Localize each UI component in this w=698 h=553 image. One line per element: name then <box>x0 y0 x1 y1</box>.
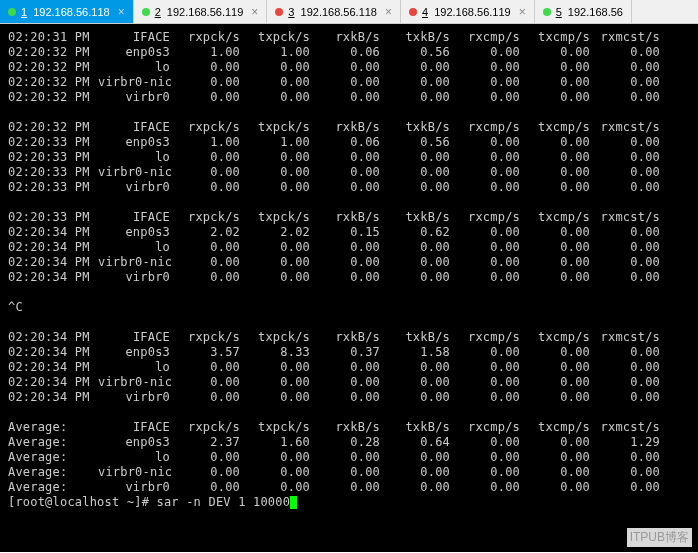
tab-label: 3 192.168.56.118 <box>288 6 377 18</box>
sar-data-row: 02:20:33 PMvirbr0-nic0.000.000.000.000.0… <box>8 165 690 180</box>
tab-bar: 1 192.168.56.118×2 192.168.56.119×3 192.… <box>0 0 698 24</box>
sar-data-row: 02:20:32 PMlo0.000.000.000.000.000.000.0… <box>8 60 690 75</box>
watermark: ITPUB博客 <box>627 528 692 547</box>
blank-line <box>8 315 690 330</box>
tab-2[interactable]: 2 192.168.56.119× <box>134 0 268 23</box>
sar-data-row: 02:20:34 PMenp0s33.578.330.371.580.000.0… <box>8 345 690 360</box>
sar-data-row: Average:virbr00.000.000.000.000.000.000.… <box>8 480 690 495</box>
prompt-userhost: [root@localhost ~]# <box>8 495 157 509</box>
status-dot-icon <box>142 8 150 16</box>
cursor-icon <box>290 496 297 509</box>
sar-header-row: Average:IFACErxpck/stxpck/srxkB/stxkB/sr… <box>8 420 690 435</box>
sar-data-row: 02:20:34 PMenp0s32.022.020.150.620.000.0… <box>8 225 690 240</box>
tab-label: 2 192.168.56.119 <box>155 6 244 18</box>
sar-data-row: 02:20:34 PMvirbr00.000.000.000.000.000.0… <box>8 390 690 405</box>
status-dot-icon <box>409 8 417 16</box>
status-dot-icon <box>543 8 551 16</box>
tab-5[interactable]: 5 192.168.56 <box>535 0 632 23</box>
status-dot-icon <box>275 8 283 16</box>
sar-data-row: 02:20:34 PMlo0.000.000.000.000.000.000.0… <box>8 360 690 375</box>
tab-label: 5 192.168.56 <box>556 6 623 18</box>
sar-data-row: 02:20:34 PMvirbr0-nic0.000.000.000.000.0… <box>8 255 690 270</box>
close-icon[interactable]: × <box>118 5 125 19</box>
blank-line <box>8 105 690 120</box>
close-icon[interactable]: × <box>251 5 258 19</box>
sar-header-row: 02:20:32 PMIFACErxpck/stxpck/srxkB/stxkB… <box>8 120 690 135</box>
blank-line <box>8 405 690 420</box>
tab-4[interactable]: 4 192.168.56.119× <box>401 0 535 23</box>
shell-prompt[interactable]: [root@localhost ~]# sar -n DEV 1 10000 <box>8 495 690 510</box>
sar-header-row: 02:20:33 PMIFACErxpck/stxpck/srxkB/stxkB… <box>8 210 690 225</box>
sar-data-row: 02:20:34 PMvirbr0-nic0.000.000.000.000.0… <box>8 375 690 390</box>
sar-data-row: 02:20:32 PMenp0s31.001.000.060.560.000.0… <box>8 45 690 60</box>
terminal-output[interactable]: 02:20:31 PMIFACErxpck/stxpck/srxkB/stxkB… <box>0 24 698 552</box>
sar-header-row: 02:20:34 PMIFACErxpck/stxpck/srxkB/stxkB… <box>8 330 690 345</box>
sar-data-row: 02:20:32 PMvirbr0-nic0.000.000.000.000.0… <box>8 75 690 90</box>
sar-data-row: Average:lo0.000.000.000.000.000.000.00 <box>8 450 690 465</box>
sar-header-row: 02:20:31 PMIFACErxpck/stxpck/srxkB/stxkB… <box>8 30 690 45</box>
tab-3[interactable]: 3 192.168.56.118× <box>267 0 401 23</box>
sar-data-row: Average:enp0s32.371.600.280.640.000.001.… <box>8 435 690 450</box>
status-dot-icon <box>8 8 16 16</box>
tab-label: 4 192.168.56.119 <box>422 6 511 18</box>
sar-data-row: 02:20:34 PMlo0.000.000.000.000.000.000.0… <box>8 240 690 255</box>
blank-line <box>8 195 690 210</box>
sar-data-row: 02:20:32 PMvirbr00.000.000.000.000.000.0… <box>8 90 690 105</box>
blank-line <box>8 285 690 300</box>
close-icon[interactable]: × <box>519 5 526 19</box>
tab-label: 1 192.168.56.118 <box>21 6 110 18</box>
prompt-command: sar -n DEV 1 10000 <box>157 495 291 509</box>
sar-data-row: 02:20:33 PMenp0s31.001.000.060.560.000.0… <box>8 135 690 150</box>
close-icon[interactable]: × <box>385 5 392 19</box>
sar-data-row: 02:20:34 PMvirbr00.000.000.000.000.000.0… <box>8 270 690 285</box>
sar-data-row: 02:20:33 PMlo0.000.000.000.000.000.000.0… <box>8 150 690 165</box>
sar-data-row: 02:20:33 PMvirbr00.000.000.000.000.000.0… <box>8 180 690 195</box>
interrupt-line: ^C <box>8 300 690 315</box>
sar-data-row: Average:virbr0-nic0.000.000.000.000.000.… <box>8 465 690 480</box>
tab-1[interactable]: 1 192.168.56.118× <box>0 0 134 23</box>
